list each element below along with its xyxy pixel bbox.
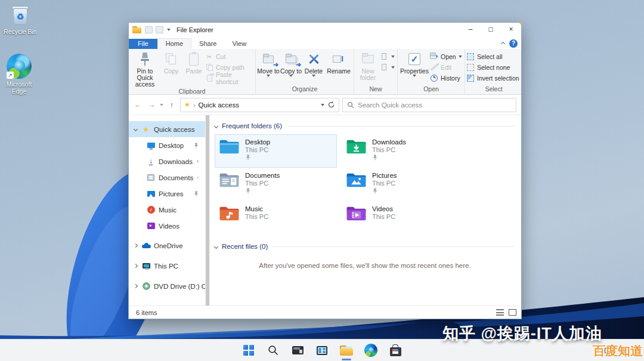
paste-shortcut-icon	[205, 74, 213, 82]
delete-button[interactable]: Delete	[302, 50, 325, 77]
taskbar-file-explorer-button[interactable]	[339, 343, 354, 358]
details-view-icon[interactable]	[496, 309, 504, 316]
maximize-button[interactable]: □	[481, 23, 501, 37]
rename-icon: I	[331, 51, 346, 67]
cut-button[interactable]: ✂ Cut	[205, 52, 254, 61]
tab-home[interactable]: Home	[157, 38, 191, 49]
back-button[interactable]: ←	[132, 100, 143, 109]
easy-access-button[interactable]	[380, 63, 396, 72]
sidebar-scrollbar[interactable]	[205, 115, 210, 306]
copy-to-button[interactable]: ➜ Copy to	[280, 50, 302, 77]
rename-button[interactable]: I Rename	[325, 50, 352, 75]
move-to-icon: ➜	[261, 51, 276, 67]
window-title: File Explorer	[177, 26, 213, 33]
chevron-right-icon[interactable]	[133, 284, 137, 288]
history-button[interactable]: History	[430, 73, 463, 82]
tile-music[interactable]: Music This PC	[215, 201, 337, 235]
search-box[interactable]	[342, 98, 516, 112]
invert-selection-button[interactable]: Invert selection	[466, 73, 521, 82]
minimize-button[interactable]: –	[460, 23, 481, 37]
select-all-button[interactable]: Select all	[466, 52, 521, 61]
pin-icon	[193, 143, 199, 149]
desktop-icon	[147, 143, 155, 148]
sidebar-item-onedrive[interactable]: OneDrive	[129, 237, 205, 254]
documents-icon	[147, 174, 154, 181]
taskbar-store-button[interactable]	[388, 343, 403, 358]
tab-file[interactable]: File	[129, 39, 157, 49]
open-button[interactable]: ➜ Open	[430, 52, 463, 61]
copy-path-icon	[205, 63, 213, 72]
address-dropdown-icon[interactable]	[321, 104, 324, 106]
up-button[interactable]: ↑	[166, 100, 177, 109]
copy-to-caret-icon	[289, 75, 293, 77]
chevron-right-icon[interactable]	[133, 243, 137, 248]
tile-desktop[interactable]: Desktop This PC	[215, 134, 337, 168]
delete-icon	[306, 51, 321, 67]
sidebar-item-videos[interactable]: Videos	[129, 218, 205, 234]
tile-downloads[interactable]: Downloads This PC	[342, 134, 464, 168]
downloads-folder-icon	[346, 138, 367, 155]
breadcrumb-location[interactable]: Quick access	[199, 101, 239, 109]
recycle-bin-shortcut[interactable]: ♻ Recycle Bin	[4, 5, 37, 35]
help-button[interactable]: ?	[509, 39, 518, 48]
navigation-pane: ★ Quick access Desktop ↓ Downloads Docum…	[129, 115, 205, 306]
tile-videos[interactable]: Videos This PC	[342, 201, 464, 235]
sidebar-item-dvd-drive[interactable]: DVD Drive (D:) CC	[129, 278, 205, 294]
properties-button[interactable]: ✓ Properties	[399, 50, 430, 77]
sidebar-item-quick-access[interactable]: ★ Quick access	[129, 121, 205, 137]
sidebar-item-downloads[interactable]: ↓ Downloads	[129, 153, 205, 169]
tile-pictures[interactable]: Pictures This PC	[342, 168, 464, 201]
ribbon-group-select: Select all Select none Invert selection …	[465, 49, 521, 94]
paste-shortcut-button[interactable]: Paste shortcut	[205, 73, 254, 82]
taskbar-search-button[interactable]	[265, 343, 281, 358]
edit-icon	[430, 63, 438, 72]
copy-button[interactable]: Copy	[160, 50, 182, 75]
frequent-folders-header[interactable]: Frequent folders (6)	[215, 120, 515, 132]
widgets-button[interactable]	[314, 343, 330, 358]
qat-customize-icon[interactable]	[167, 29, 171, 31]
breadcrumb-separator: ›	[193, 101, 196, 109]
sidebar-item-this-pc[interactable]: This PC	[129, 258, 205, 274]
tile-documents[interactable]: Documents This PC	[215, 168, 337, 201]
sidebar-item-music[interactable]: ♪ Music	[129, 202, 205, 218]
music-icon: ♪	[147, 206, 155, 214]
edge-shortcut[interactable]: ↗ Microsoft Edge	[2, 54, 36, 95]
sidebar-item-documents[interactable]: Documents	[129, 169, 205, 186]
tab-share[interactable]: Share	[191, 39, 224, 49]
sidebar-item-pictures[interactable]: Pictures	[129, 186, 205, 202]
move-to-button[interactable]: ➜ Move to	[257, 50, 280, 77]
chevron-right-icon[interactable]	[133, 264, 137, 268]
chevron-down-icon[interactable]	[214, 244, 218, 248]
delete-caret-icon	[312, 75, 315, 77]
chevron-down-icon[interactable]	[214, 124, 218, 128]
taskbar-edge-button[interactable]	[363, 343, 379, 358]
qat-new-folder-icon[interactable]	[156, 26, 163, 33]
chevron-down-icon[interactable]	[133, 127, 137, 131]
start-button[interactable]	[241, 343, 256, 358]
select-none-button[interactable]: Select none	[466, 63, 521, 72]
pin-to-quick-access-button[interactable]: Pin to Quick access	[130, 50, 160, 88]
recent-locations-icon[interactable]	[160, 104, 163, 106]
this-pc-icon	[143, 263, 150, 269]
title-bar[interactable]: File Explorer – □ ×	[129, 23, 521, 37]
sidebar-item-desktop[interactable]: Desktop	[129, 137, 205, 153]
edge-icon	[364, 344, 377, 357]
videos-folder-icon	[346, 205, 367, 221]
address-breadcrumb[interactable]: ★ › Quick access	[180, 98, 339, 112]
pin-icon	[372, 188, 378, 194]
edit-button[interactable]: Edit	[430, 63, 463, 72]
task-view-button[interactable]	[290, 343, 305, 358]
new-folder-button[interactable]: New folder	[355, 50, 380, 81]
collapse-ribbon-icon[interactable]	[501, 41, 505, 45]
search-input[interactable]	[358, 101, 512, 109]
new-item-button[interactable]: ✦	[380, 52, 396, 61]
refresh-icon[interactable]	[327, 101, 335, 109]
select-all-icon	[466, 53, 475, 61]
tab-view[interactable]: View	[224, 39, 254, 49]
paste-button[interactable]: Paste	[182, 50, 205, 75]
qat-properties-icon[interactable]	[145, 26, 153, 33]
recent-files-header[interactable]: Recent files (0)	[215, 240, 515, 252]
forward-button[interactable]: →	[146, 100, 157, 109]
large-icons-view-icon[interactable]	[509, 309, 516, 316]
shortcut-arrow-icon: ↗	[7, 72, 14, 79]
